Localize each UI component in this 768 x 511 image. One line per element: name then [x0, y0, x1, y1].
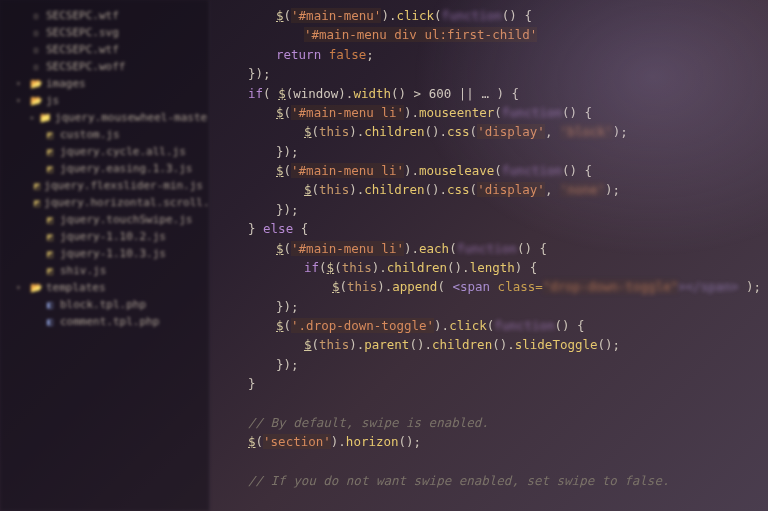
code-token: '#main-menu li' [291, 105, 404, 120]
file-js-icon: ◩ [44, 265, 56, 277]
file-js-icon: ◩ [44, 214, 56, 226]
code-token: mouseleave [419, 163, 494, 178]
code-token: ></span> [678, 279, 738, 294]
tree-arrow-icon: ▸ [30, 113, 35, 122]
code-token: ( [284, 163, 292, 178]
code-token: (). [424, 124, 447, 139]
code-token: return [276, 47, 329, 62]
code-token: function [457, 241, 517, 256]
tree-item-16[interactable]: ▾📂templates [6, 280, 203, 295]
code-token: else [263, 221, 293, 236]
tree-arrow-icon: ▾ [16, 96, 26, 105]
code-line-18: }); [220, 355, 768, 374]
code-token: if [248, 86, 263, 101]
code-token: click [449, 318, 487, 333]
tree-item-2[interactable]: ▫SECSEPC.wtf [6, 42, 203, 57]
folder-icon: 📁 [39, 112, 51, 124]
code-token: ( [437, 279, 452, 294]
tree-item-label: js [46, 94, 59, 107]
code-line-14: $(this).append( <span class="drop-down-t… [220, 277, 768, 296]
tree-item-5[interactable]: ▾📂js [6, 93, 203, 108]
code-token: ( [434, 8, 442, 23]
code-token: (). [424, 182, 447, 197]
code-token: ( [263, 86, 278, 101]
code-line-17: $(this).parent().children().slideToggle(… [220, 335, 768, 354]
code-token: ; [366, 47, 374, 62]
tree-item-label: block.tpl.php [60, 298, 146, 311]
tree-arrow-icon: ▾ [16, 79, 26, 88]
code-token: ). [404, 241, 419, 256]
tree-item-15[interactable]: ◩shiv.js [6, 263, 203, 278]
code-token: css [447, 124, 470, 139]
file-js-icon: ◩ [34, 180, 40, 192]
tree-item-7[interactable]: ◩custom.js [6, 127, 203, 142]
folder-open-icon: 📂 [30, 95, 42, 107]
code-token: $ [304, 337, 312, 352]
code-token: '.drop-down-toggle' [291, 318, 434, 333]
code-line-16: $('.drop-down-toggle').click(function() … [220, 316, 768, 335]
code-token: length [470, 260, 515, 275]
code-token: $ [327, 260, 335, 275]
code-token: } [248, 376, 256, 391]
tree-item-3[interactable]: ▫SECSEPC.woff [6, 59, 203, 74]
tree-item-4[interactable]: ▾📂images [6, 76, 203, 91]
tree-item-18[interactable]: ◧comment.tpl.php [6, 314, 203, 329]
code-token: () { [562, 163, 592, 178]
code-token: … [481, 86, 489, 101]
code-token: function [442, 8, 502, 23]
code-token: (). [492, 337, 515, 352]
code-token: function [494, 318, 554, 333]
tree-item-0[interactable]: ▫SECSEPC.wtf [6, 8, 203, 23]
code-editor[interactable]: $('#main-menu').click(function() {'#main… [210, 0, 768, 511]
tree-item-13[interactable]: ◩jquery-1.10.2.js [6, 229, 203, 244]
code-token: 'display' [477, 124, 545, 139]
tree-item-label: SECSEPC.svg [46, 26, 119, 39]
tree-item-1[interactable]: ▫SECSEPC.svg [6, 25, 203, 40]
tree-item-8[interactable]: ◩jquery.cycle.all.js [6, 144, 203, 159]
code-token: 'block' [560, 124, 613, 139]
code-token: $ [276, 241, 284, 256]
tree-item-11[interactable]: ◩jquery.horizontal.scroll.js [6, 195, 203, 210]
code-token: }); [276, 299, 299, 314]
tree-arrow-icon: ▾ [16, 283, 26, 292]
code-token: ( [319, 260, 327, 275]
code-token: '#main-menu div ul:first-child' [304, 27, 537, 42]
code-token: ( [312, 182, 320, 197]
code-token: function [502, 105, 562, 120]
code-line-22: $('section').horizon(); [220, 432, 768, 451]
code-token: <span [452, 279, 497, 294]
tree-item-9[interactable]: ◩jquery.easing.1.3.js [6, 161, 203, 176]
tree-item-17[interactable]: ◧block.tpl.php [6, 297, 203, 312]
code-token: }); [248, 66, 271, 81]
code-token: css [447, 182, 470, 197]
code-token: parent [364, 337, 409, 352]
code-token: horizon [346, 434, 399, 449]
file-js-icon: ◩ [44, 163, 56, 175]
code-token: (). [409, 337, 432, 352]
code-token: ) { [515, 260, 538, 275]
code-token: '#main-menu' [291, 8, 381, 23]
folder-open-icon: 📂 [30, 282, 42, 294]
code-line-12: $('#main-menu li').each(function() { [220, 239, 768, 258]
code-token: (). [447, 260, 470, 275]
code-token: if [304, 260, 319, 275]
tree-item-12[interactable]: ◩jquery.touchSwipe.js [6, 212, 203, 227]
file-js-icon: ◩ [44, 146, 56, 158]
code-token: ( [449, 241, 457, 256]
tree-item-6[interactable]: ▸📁jquery.mousewheel-master [6, 110, 203, 125]
code-token: children [387, 260, 447, 275]
tree-item-label: jquery.touchSwipe.js [60, 213, 192, 226]
tree-item-label: jquery.horizontal.scroll.js [44, 196, 210, 209]
code-token: }); [276, 144, 299, 159]
file-wtf-icon: ▫ [30, 27, 42, 39]
code-token: } [248, 221, 263, 236]
code-token: $ [276, 105, 284, 120]
code-token: mouseenter [419, 105, 494, 120]
tree-item-10[interactable]: ◩jquery.flexslider-min.js [6, 178, 203, 193]
code-token: { [293, 221, 308, 236]
tree-item-label: templates [46, 281, 106, 294]
tree-item-14[interactable]: ◩jquery-1.10.3.js [6, 246, 203, 261]
code-token: click [396, 8, 434, 23]
code-token: 600 [429, 86, 452, 101]
code-token: $ [248, 434, 256, 449]
